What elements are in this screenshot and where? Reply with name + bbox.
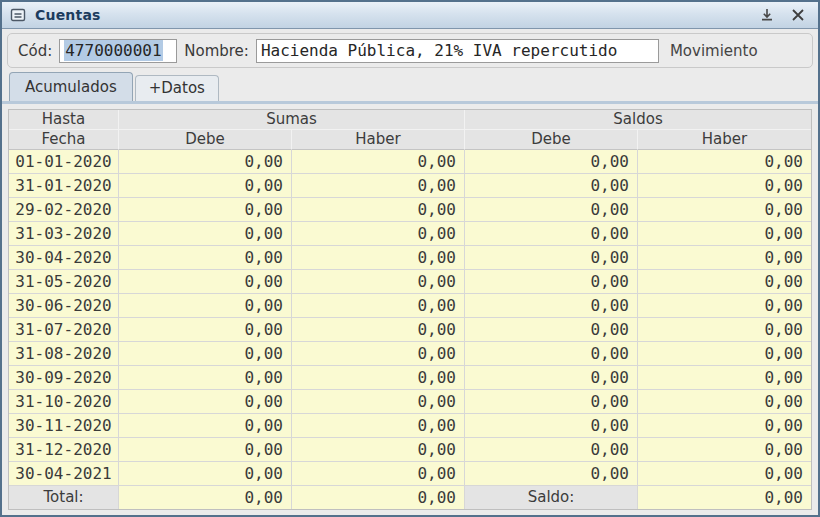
form-icon bbox=[10, 7, 26, 23]
cell-saldos-debe[interactable]: 0,00 bbox=[465, 366, 638, 390]
cell-saldos-haber[interactable]: 0,00 bbox=[638, 222, 811, 246]
tab-pane-edge bbox=[2, 101, 818, 104]
cell-fecha[interactable]: 31-08-2020 bbox=[9, 342, 119, 366]
cell-sumas-debe[interactable]: 0,00 bbox=[119, 438, 292, 462]
col-header-fecha: Fecha bbox=[9, 130, 119, 150]
cell-saldos-haber[interactable]: 0,00 bbox=[638, 294, 811, 318]
col-header-saldos-haber: Haber bbox=[638, 130, 811, 150]
cell-sumas-haber[interactable]: 0,00 bbox=[292, 462, 465, 486]
cell-saldos-debe[interactable]: 0,00 bbox=[465, 150, 638, 174]
cell-sumas-debe[interactable]: 0,00 bbox=[119, 390, 292, 414]
cod-label: Cód: bbox=[18, 42, 52, 60]
cell-sumas-debe[interactable]: 0,00 bbox=[119, 174, 292, 198]
tab-bar: Acumulados +Datos bbox=[2, 73, 818, 104]
total-sumas-debe: 0,00 bbox=[119, 486, 292, 509]
cell-sumas-haber[interactable]: 0,00 bbox=[292, 294, 465, 318]
cod-input[interactable]: 4770000001 bbox=[59, 39, 177, 63]
total-sumas-haber: 0,00 bbox=[292, 486, 465, 509]
cell-saldos-debe[interactable]: 0,00 bbox=[465, 342, 638, 366]
cell-saldos-haber[interactable]: 0,00 bbox=[638, 198, 811, 222]
saldo-label: Saldo: bbox=[465, 486, 638, 509]
cell-sumas-debe[interactable]: 0,00 bbox=[119, 246, 292, 270]
cell-sumas-debe[interactable]: 0,00 bbox=[119, 150, 292, 174]
cell-fecha[interactable]: 31-03-2020 bbox=[9, 222, 119, 246]
cell-sumas-debe[interactable]: 0,00 bbox=[119, 366, 292, 390]
cod-value-selected: 4770000001 bbox=[64, 40, 162, 61]
cell-fecha[interactable]: 30-11-2020 bbox=[9, 414, 119, 438]
cell-sumas-debe[interactable]: 0,00 bbox=[119, 294, 292, 318]
window-title: Cuentas bbox=[35, 7, 101, 23]
cell-fecha[interactable]: 30-06-2020 bbox=[9, 294, 119, 318]
cell-sumas-haber[interactable]: 0,00 bbox=[292, 342, 465, 366]
cell-sumas-haber[interactable]: 0,00 bbox=[292, 318, 465, 342]
minimize-icon[interactable] bbox=[756, 5, 778, 25]
cell-saldos-debe[interactable]: 0,00 bbox=[465, 198, 638, 222]
tab-acumulados[interactable]: Acumulados bbox=[9, 72, 133, 101]
col-header-sumas-debe: Debe bbox=[119, 130, 292, 150]
cell-sumas-haber[interactable]: 0,00 bbox=[292, 366, 465, 390]
cell-sumas-debe[interactable]: 0,00 bbox=[119, 198, 292, 222]
cell-saldos-haber[interactable]: 0,00 bbox=[638, 270, 811, 294]
close-icon[interactable] bbox=[787, 5, 809, 25]
col-header-hasta: Hasta bbox=[9, 110, 119, 130]
nombre-label: Nombre: bbox=[184, 42, 249, 60]
cell-fecha[interactable]: 29-02-2020 bbox=[9, 198, 119, 222]
nombre-input[interactable]: Hacienda Pública, 21% IVA repercutido bbox=[256, 39, 659, 63]
cell-saldos-debe[interactable]: 0,00 bbox=[465, 390, 638, 414]
cell-sumas-haber[interactable]: 0,00 bbox=[292, 414, 465, 438]
cell-saldos-debe[interactable]: 0,00 bbox=[465, 270, 638, 294]
col-group-sumas: Sumas bbox=[119, 110, 465, 130]
col-header-saldos-debe: Debe bbox=[465, 130, 638, 150]
acumulados-table: Hasta Sumas Saldos Fecha Debe Haber Debe… bbox=[8, 109, 812, 510]
cell-fecha[interactable]: 31-12-2020 bbox=[9, 438, 119, 462]
account-form: Cód: 4770000001 Nombre: Hacienda Pública… bbox=[7, 33, 813, 68]
cell-sumas-haber[interactable]: 0,00 bbox=[292, 174, 465, 198]
cell-saldos-haber[interactable]: 0,00 bbox=[638, 462, 811, 486]
cell-saldos-debe[interactable]: 0,00 bbox=[465, 318, 638, 342]
cell-saldos-debe[interactable]: 0,00 bbox=[465, 222, 638, 246]
cell-sumas-debe[interactable]: 0,00 bbox=[119, 462, 292, 486]
cell-sumas-debe[interactable]: 0,00 bbox=[119, 318, 292, 342]
cell-saldos-haber[interactable]: 0,00 bbox=[638, 390, 811, 414]
cell-fecha[interactable]: 31-10-2020 bbox=[9, 390, 119, 414]
cell-sumas-haber[interactable]: 0,00 bbox=[292, 246, 465, 270]
cell-sumas-debe[interactable]: 0,00 bbox=[119, 222, 292, 246]
cell-saldos-haber[interactable]: 0,00 bbox=[638, 438, 811, 462]
cell-sumas-debe[interactable]: 0,00 bbox=[119, 342, 292, 366]
cell-saldos-haber[interactable]: 0,00 bbox=[638, 174, 811, 198]
tab-datos[interactable]: +Datos bbox=[135, 75, 219, 101]
cell-sumas-haber[interactable]: 0,00 bbox=[292, 270, 465, 294]
cell-saldos-debe[interactable]: 0,00 bbox=[465, 294, 638, 318]
cell-saldos-haber[interactable]: 0,00 bbox=[638, 414, 811, 438]
cell-sumas-haber[interactable]: 0,00 bbox=[292, 222, 465, 246]
cell-fecha[interactable]: 30-04-2020 bbox=[9, 246, 119, 270]
cell-fecha[interactable]: 31-01-2020 bbox=[9, 174, 119, 198]
cell-saldos-debe[interactable]: 0,00 bbox=[465, 174, 638, 198]
total-label: Total: bbox=[9, 486, 119, 509]
col-header-sumas-haber: Haber bbox=[292, 130, 465, 150]
cell-sumas-haber[interactable]: 0,00 bbox=[292, 198, 465, 222]
cell-sumas-haber[interactable]: 0,00 bbox=[292, 150, 465, 174]
cell-saldos-debe[interactable]: 0,00 bbox=[465, 438, 638, 462]
cell-fecha[interactable]: 30-09-2020 bbox=[9, 366, 119, 390]
cell-saldos-haber[interactable]: 0,00 bbox=[638, 342, 811, 366]
cell-saldos-debe[interactable]: 0,00 bbox=[465, 246, 638, 270]
cell-saldos-haber[interactable]: 0,00 bbox=[638, 150, 811, 174]
cell-fecha[interactable]: 30-04-2021 bbox=[9, 462, 119, 486]
col-group-saldos: Saldos bbox=[465, 110, 811, 130]
cell-saldos-haber[interactable]: 0,00 bbox=[638, 246, 811, 270]
total-saldos-haber: 0,00 bbox=[638, 486, 811, 509]
cell-sumas-haber[interactable]: 0,00 bbox=[292, 438, 465, 462]
cell-saldos-debe[interactable]: 0,00 bbox=[465, 414, 638, 438]
cell-fecha[interactable]: 31-05-2020 bbox=[9, 270, 119, 294]
cell-sumas-haber[interactable]: 0,00 bbox=[292, 390, 465, 414]
cell-saldos-haber[interactable]: 0,00 bbox=[638, 318, 811, 342]
cell-fecha[interactable]: 31-07-2020 bbox=[9, 318, 119, 342]
cell-saldos-haber[interactable]: 0,00 bbox=[638, 366, 811, 390]
cuentas-window: Cuentas Cód: 4770000001 Nombre: Hacienda… bbox=[0, 0, 820, 517]
cell-fecha[interactable]: 01-01-2020 bbox=[9, 150, 119, 174]
titlebar[interactable]: Cuentas bbox=[2, 2, 818, 29]
cell-saldos-debe[interactable]: 0,00 bbox=[465, 462, 638, 486]
cell-sumas-debe[interactable]: 0,00 bbox=[119, 270, 292, 294]
cell-sumas-debe[interactable]: 0,00 bbox=[119, 414, 292, 438]
